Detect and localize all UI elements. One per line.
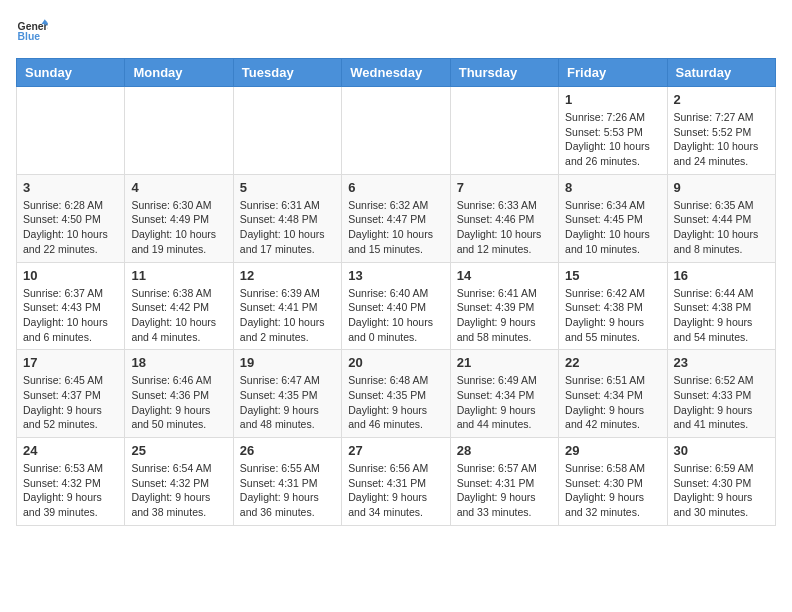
day-info: Sunrise: 6:57 AM Sunset: 4:31 PM Dayligh… — [457, 461, 552, 520]
day-info: Sunrise: 6:30 AM Sunset: 4:49 PM Dayligh… — [131, 198, 226, 257]
calendar-week-row: 1Sunrise: 7:26 AM Sunset: 5:53 PM Daylig… — [17, 87, 776, 175]
calendar-day-cell: 17Sunrise: 6:45 AM Sunset: 4:37 PM Dayli… — [17, 350, 125, 438]
calendar-day-cell: 1Sunrise: 7:26 AM Sunset: 5:53 PM Daylig… — [559, 87, 667, 175]
calendar-day-cell: 13Sunrise: 6:40 AM Sunset: 4:40 PM Dayli… — [342, 262, 450, 350]
calendar-day-cell: 5Sunrise: 6:31 AM Sunset: 4:48 PM Daylig… — [233, 174, 341, 262]
calendar-day-cell: 7Sunrise: 6:33 AM Sunset: 4:46 PM Daylig… — [450, 174, 558, 262]
weekday-header: Wednesday — [342, 59, 450, 87]
day-number: 3 — [23, 180, 118, 195]
day-number: 7 — [457, 180, 552, 195]
day-number: 18 — [131, 355, 226, 370]
day-number: 23 — [674, 355, 769, 370]
calendar-day-cell: 4Sunrise: 6:30 AM Sunset: 4:49 PM Daylig… — [125, 174, 233, 262]
calendar-week-row: 3Sunrise: 6:28 AM Sunset: 4:50 PM Daylig… — [17, 174, 776, 262]
day-info: Sunrise: 6:40 AM Sunset: 4:40 PM Dayligh… — [348, 286, 443, 345]
day-info: Sunrise: 6:42 AM Sunset: 4:38 PM Dayligh… — [565, 286, 660, 345]
day-number: 14 — [457, 268, 552, 283]
day-info: Sunrise: 6:55 AM Sunset: 4:31 PM Dayligh… — [240, 461, 335, 520]
day-number: 16 — [674, 268, 769, 283]
day-info: Sunrise: 6:51 AM Sunset: 4:34 PM Dayligh… — [565, 373, 660, 432]
calendar-day-cell: 2Sunrise: 7:27 AM Sunset: 5:52 PM Daylig… — [667, 87, 775, 175]
day-info: Sunrise: 6:58 AM Sunset: 4:30 PM Dayligh… — [565, 461, 660, 520]
weekday-header: Sunday — [17, 59, 125, 87]
day-number: 12 — [240, 268, 335, 283]
calendar-day-cell — [342, 87, 450, 175]
day-info: Sunrise: 6:33 AM Sunset: 4:46 PM Dayligh… — [457, 198, 552, 257]
calendar-day-cell: 26Sunrise: 6:55 AM Sunset: 4:31 PM Dayli… — [233, 438, 341, 526]
calendar-day-cell: 22Sunrise: 6:51 AM Sunset: 4:34 PM Dayli… — [559, 350, 667, 438]
page-header: General Blue — [16, 16, 776, 48]
weekday-header: Monday — [125, 59, 233, 87]
day-info: Sunrise: 6:28 AM Sunset: 4:50 PM Dayligh… — [23, 198, 118, 257]
day-info: Sunrise: 7:27 AM Sunset: 5:52 PM Dayligh… — [674, 110, 769, 169]
calendar-day-cell: 19Sunrise: 6:47 AM Sunset: 4:35 PM Dayli… — [233, 350, 341, 438]
day-info: Sunrise: 6:59 AM Sunset: 4:30 PM Dayligh… — [674, 461, 769, 520]
calendar-day-cell: 8Sunrise: 6:34 AM Sunset: 4:45 PM Daylig… — [559, 174, 667, 262]
day-number: 4 — [131, 180, 226, 195]
day-number: 5 — [240, 180, 335, 195]
calendar-day-cell: 3Sunrise: 6:28 AM Sunset: 4:50 PM Daylig… — [17, 174, 125, 262]
day-number: 20 — [348, 355, 443, 370]
weekday-header: Friday — [559, 59, 667, 87]
day-number: 19 — [240, 355, 335, 370]
day-info: Sunrise: 6:45 AM Sunset: 4:37 PM Dayligh… — [23, 373, 118, 432]
calendar-week-row: 17Sunrise: 6:45 AM Sunset: 4:37 PM Dayli… — [17, 350, 776, 438]
day-number: 8 — [565, 180, 660, 195]
calendar-day-cell — [450, 87, 558, 175]
calendar-day-cell: 12Sunrise: 6:39 AM Sunset: 4:41 PM Dayli… — [233, 262, 341, 350]
day-number: 10 — [23, 268, 118, 283]
day-info: Sunrise: 6:54 AM Sunset: 4:32 PM Dayligh… — [131, 461, 226, 520]
calendar-day-cell: 9Sunrise: 6:35 AM Sunset: 4:44 PM Daylig… — [667, 174, 775, 262]
day-info: Sunrise: 6:56 AM Sunset: 4:31 PM Dayligh… — [348, 461, 443, 520]
day-info: Sunrise: 6:41 AM Sunset: 4:39 PM Dayligh… — [457, 286, 552, 345]
calendar-day-cell: 6Sunrise: 6:32 AM Sunset: 4:47 PM Daylig… — [342, 174, 450, 262]
calendar-header: SundayMondayTuesdayWednesdayThursdayFrid… — [17, 59, 776, 87]
calendar-day-cell: 30Sunrise: 6:59 AM Sunset: 4:30 PM Dayli… — [667, 438, 775, 526]
day-number: 21 — [457, 355, 552, 370]
day-info: Sunrise: 6:31 AM Sunset: 4:48 PM Dayligh… — [240, 198, 335, 257]
logo: General Blue — [16, 16, 48, 48]
calendar-day-cell: 24Sunrise: 6:53 AM Sunset: 4:32 PM Dayli… — [17, 438, 125, 526]
day-info: Sunrise: 7:26 AM Sunset: 5:53 PM Dayligh… — [565, 110, 660, 169]
weekday-header: Thursday — [450, 59, 558, 87]
calendar-week-row: 10Sunrise: 6:37 AM Sunset: 4:43 PM Dayli… — [17, 262, 776, 350]
day-info: Sunrise: 6:35 AM Sunset: 4:44 PM Dayligh… — [674, 198, 769, 257]
logo-icon: General Blue — [16, 16, 48, 48]
day-info: Sunrise: 6:38 AM Sunset: 4:42 PM Dayligh… — [131, 286, 226, 345]
day-number: 11 — [131, 268, 226, 283]
calendar-day-cell: 23Sunrise: 6:52 AM Sunset: 4:33 PM Dayli… — [667, 350, 775, 438]
calendar-day-cell — [17, 87, 125, 175]
calendar-day-cell: 18Sunrise: 6:46 AM Sunset: 4:36 PM Dayli… — [125, 350, 233, 438]
day-info: Sunrise: 6:44 AM Sunset: 4:38 PM Dayligh… — [674, 286, 769, 345]
day-info: Sunrise: 6:37 AM Sunset: 4:43 PM Dayligh… — [23, 286, 118, 345]
calendar-day-cell: 15Sunrise: 6:42 AM Sunset: 4:38 PM Dayli… — [559, 262, 667, 350]
day-info: Sunrise: 6:47 AM Sunset: 4:35 PM Dayligh… — [240, 373, 335, 432]
calendar-day-cell: 21Sunrise: 6:49 AM Sunset: 4:34 PM Dayli… — [450, 350, 558, 438]
day-number: 28 — [457, 443, 552, 458]
day-info: Sunrise: 6:32 AM Sunset: 4:47 PM Dayligh… — [348, 198, 443, 257]
day-number: 22 — [565, 355, 660, 370]
day-number: 30 — [674, 443, 769, 458]
day-info: Sunrise: 6:48 AM Sunset: 4:35 PM Dayligh… — [348, 373, 443, 432]
calendar-day-cell: 14Sunrise: 6:41 AM Sunset: 4:39 PM Dayli… — [450, 262, 558, 350]
day-number: 15 — [565, 268, 660, 283]
day-info: Sunrise: 6:34 AM Sunset: 4:45 PM Dayligh… — [565, 198, 660, 257]
day-number: 29 — [565, 443, 660, 458]
day-info: Sunrise: 6:53 AM Sunset: 4:32 PM Dayligh… — [23, 461, 118, 520]
day-info: Sunrise: 6:52 AM Sunset: 4:33 PM Dayligh… — [674, 373, 769, 432]
weekday-header: Saturday — [667, 59, 775, 87]
calendar-day-cell: 28Sunrise: 6:57 AM Sunset: 4:31 PM Dayli… — [450, 438, 558, 526]
day-number: 27 — [348, 443, 443, 458]
calendar-day-cell: 27Sunrise: 6:56 AM Sunset: 4:31 PM Dayli… — [342, 438, 450, 526]
calendar-day-cell: 25Sunrise: 6:54 AM Sunset: 4:32 PM Dayli… — [125, 438, 233, 526]
weekday-header: Tuesday — [233, 59, 341, 87]
day-number: 2 — [674, 92, 769, 107]
calendar-day-cell — [233, 87, 341, 175]
calendar-day-cell — [125, 87, 233, 175]
day-info: Sunrise: 6:46 AM Sunset: 4:36 PM Dayligh… — [131, 373, 226, 432]
day-info: Sunrise: 6:39 AM Sunset: 4:41 PM Dayligh… — [240, 286, 335, 345]
day-number: 13 — [348, 268, 443, 283]
day-info: Sunrise: 6:49 AM Sunset: 4:34 PM Dayligh… — [457, 373, 552, 432]
svg-text:Blue: Blue — [18, 31, 41, 42]
day-number: 6 — [348, 180, 443, 195]
